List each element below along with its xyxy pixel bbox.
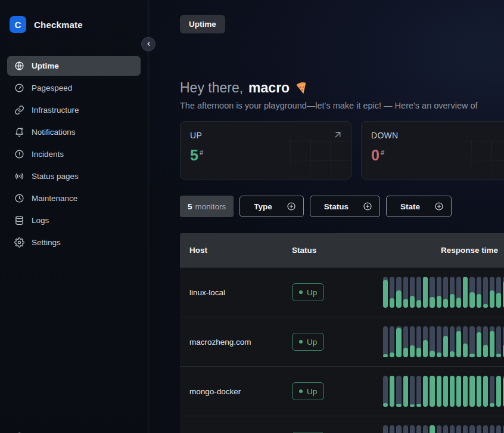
response-bar [430,376,434,407]
status-badge: Up [292,382,324,400]
alert-circle-icon [14,149,24,159]
response-bar [410,425,415,433]
sidebar-item-settings[interactable]: Settings [7,233,141,252]
response-bar [483,376,488,407]
response-bar [423,425,428,433]
response-bar [410,326,415,357]
status-dot-icon [299,389,303,393]
sidebar-item-maintenance[interactable]: Maintenance [7,188,141,208]
response-bar [463,376,468,407]
stat-card-unit: # [381,149,384,156]
response-bar [396,425,401,433]
response-bar [477,326,481,357]
sidebar-item-logs[interactable]: Logs [7,211,141,230]
table-row[interactable]: Up [180,416,504,433]
sidebar-item-incidents[interactable]: Incidents [7,144,141,164]
response-bar [490,425,494,433]
sidebar-collapse-button[interactable] [141,37,155,51]
table-row[interactable]: mongo-docker Up [180,366,504,416]
stat-card-up[interactable]: UP 5# [180,121,351,180]
status-cell: Up [292,283,383,301]
status-cell: Up [292,333,383,351]
response-bar [410,376,415,407]
response-bar [490,326,494,357]
response-time-bars [383,326,504,357]
response-time-bars [383,425,504,433]
response-bar [416,326,421,357]
response-bar [469,376,474,407]
response-time-bars [383,376,504,407]
pizza-icon [295,81,309,95]
stat-card-label: UP [190,131,341,140]
sidebar-item-label: Notifications [32,128,76,137]
arrow-up-right-icon[interactable] [332,129,343,143]
response-bar [456,326,461,357]
column-header-status: Status [292,246,383,255]
status-label: Up [307,288,317,297]
plus-circle-icon [363,202,372,211]
filter-button-status[interactable]: Status [310,196,380,217]
response-bar [463,326,468,357]
monitor-count: 5 [188,202,192,211]
response-bar [430,425,434,433]
sidebar-item-label: Uptime [32,61,59,70]
response-bar [383,277,388,308]
response-bar [383,326,388,357]
filters-row: 5 monitors Type Status State [180,196,504,217]
table-body: linux-local Up macrozheng.com Up mongo-d… [180,267,504,433]
response-bar [496,376,501,407]
filter-button-state[interactable]: State [386,196,452,217]
response-bar [443,277,448,308]
response-bar [403,277,408,308]
sidebar-item-label: Logs [32,216,49,225]
response-bar [437,376,441,407]
sidebar-item-label: Infrastructure [32,106,79,115]
stat-card-down[interactable]: DOWN 0# [361,121,504,180]
status-dot-icon [299,340,303,344]
sidebar-item-pagespeed[interactable]: Pagespeed [7,78,141,98]
stat-card-unit: # [200,149,203,156]
filter-button-type[interactable]: Type [239,196,304,217]
plus-circle-icon [287,202,296,211]
response-bar [469,277,474,308]
response-bar [496,425,501,433]
monitor-count-chip: 5 monitors [180,196,234,217]
sidebar-item-status-pages[interactable]: Status pages [7,166,141,186]
greeting-subtitle: The afternoon is your playground—let's m… [180,101,504,110]
response-bar [483,277,488,308]
greeting-username: macro [248,80,290,96]
response-bar [496,326,501,357]
response-bar [416,376,421,407]
sidebar-item-label: Maintenance [32,194,77,203]
response-bar [396,376,401,407]
response-bar [437,277,441,308]
table-row[interactable]: macrozheng.com Up [180,317,504,366]
response-bar [469,326,474,357]
response-bar [450,376,455,407]
response-bar [396,277,401,308]
response-bar [437,326,441,357]
response-bar [416,425,421,433]
status-label: Up [307,338,317,347]
response-bar [403,326,408,357]
response-bar [456,376,461,407]
app-root: C Checkmate Uptime Pagespeed Infrastruct… [0,0,504,433]
sidebar-item-infrastructure[interactable]: Infrastructure [7,100,141,120]
response-bar [456,425,461,433]
sidebar-item-support[interactable]: Support [7,427,141,433]
radio-icon [14,171,24,181]
response-bar [390,326,394,357]
page-chip-uptime[interactable]: Uptime [180,15,225,33]
table-row[interactable]: linux-local Up [180,267,504,317]
column-header-response-time: Response time [441,246,504,255]
checkmate-logo: C [10,16,26,33]
response-bar [450,326,455,357]
response-bar [483,326,488,357]
sidebar-item-notifications[interactable]: Notifications [7,122,141,142]
sidebar-item-label: Settings [32,238,61,247]
sidebar-item-label: Pagespeed [32,83,72,92]
status-label: Up [307,387,317,396]
gauge-icon [14,83,24,93]
status-cell: Up [292,382,383,400]
sidebar-item-uptime[interactable]: Uptime [7,56,141,76]
